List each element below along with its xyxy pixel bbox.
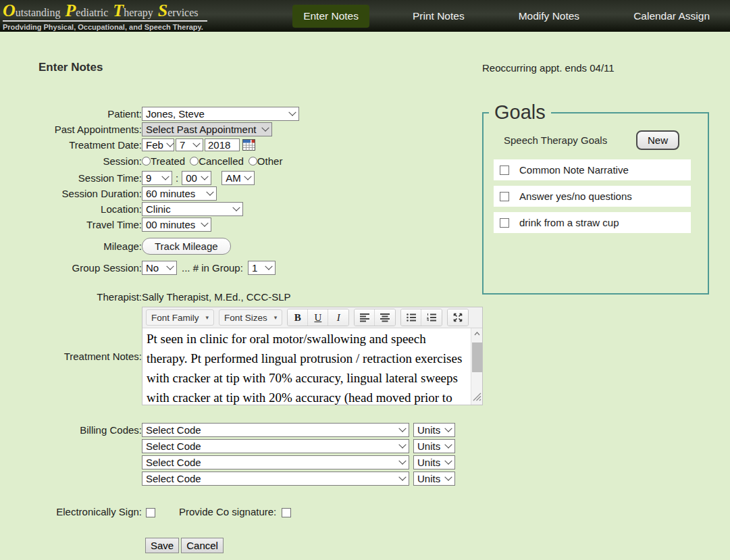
billing-units-select-1[interactable]: Units	[413, 423, 455, 437]
numbered-list-button[interactable]	[421, 309, 442, 326]
chevron-down-icon	[288, 108, 296, 116]
chevron-down-icon	[232, 203, 240, 211]
session-minute-select[interactable]: 00	[182, 171, 211, 185]
align-left-button[interactable]	[355, 309, 375, 326]
session-other-radio[interactable]	[249, 157, 257, 166]
treatment-notes-text[interactable]: Pt seen in clinic for oral motor/swallow…	[142, 328, 471, 405]
billing-units-select-3[interactable]: Units	[413, 455, 455, 469]
session-cancelled-radio[interactable]	[190, 157, 199, 166]
cosignature-label: Provide Co signature:	[179, 506, 276, 517]
billing-units-select-2[interactable]: Units	[413, 439, 455, 453]
nav-enter-notes[interactable]: Enter Notes	[292, 5, 369, 28]
session-hour-value: 9	[146, 172, 151, 184]
font-family-dropdown[interactable]: Font Family ▾	[146, 309, 214, 326]
travel-time-select[interactable]: 00 minutes	[142, 218, 211, 232]
logo-word-initial: T	[113, 1, 124, 20]
logo-word-rest: ervices	[167, 7, 198, 18]
align-center-button[interactable]	[375, 309, 395, 326]
treatment-month-select[interactable]: Feb	[142, 138, 174, 151]
resize-grip[interactable]	[473, 392, 481, 404]
billing-units-value: Units	[417, 424, 440, 436]
past-appointments-label: Past Appointments:	[0, 124, 142, 135]
session-duration-select[interactable]: 60 minutes	[142, 186, 217, 201]
main-nav: Enter Notes Print Notes Modify Notes Cal…	[292, 0, 721, 32]
font-sizes-dropdown[interactable]: Font Sizes ▾	[219, 309, 282, 326]
group-session-value: No	[146, 262, 159, 274]
editor-content-area[interactable]: Pt seen in clinic for oral motor/swallow…	[142, 328, 482, 405]
session-hour-select[interactable]: 9	[142, 171, 172, 185]
past-appointments-select-value: Select Past Appointment	[146, 124, 256, 135]
nav-calendar-assign[interactable]: Calendar Assign	[623, 5, 721, 28]
patient-select[interactable]: Jones, Steve	[142, 107, 299, 121]
calendar-picker-button[interactable]	[242, 139, 255, 151]
session-duration-value: 60 minutes	[146, 188, 195, 199]
chevron-down-icon	[161, 172, 169, 180]
travel-time-label: Travel Time:	[0, 219, 142, 230]
billing-code-value: Select Code	[146, 457, 201, 468]
goal-item: Common Note Narrative	[494, 159, 691, 180]
location-select[interactable]: Clinic	[142, 202, 243, 216]
font-family-value: Font Family	[151, 313, 199, 323]
session-ampm-select[interactable]: AM	[221, 171, 255, 185]
list-group	[400, 309, 442, 326]
billing-units-select-4[interactable]: Units	[413, 472, 455, 486]
billing-code-select-2[interactable]: Select Code	[142, 439, 409, 453]
chevron-down-icon	[201, 219, 208, 226]
cancel-button[interactable]: Cancel	[181, 538, 224, 553]
chevron-down-icon	[398, 440, 406, 448]
save-button[interactable]: Save	[145, 538, 179, 553]
session-minute-value: 00	[186, 172, 197, 184]
chevron-down-icon	[166, 139, 174, 147]
new-goal-button[interactable]: New	[636, 130, 679, 150]
nav-modify-notes[interactable]: Modify Notes	[508, 5, 590, 28]
logo-word-rest: herapy	[124, 7, 153, 18]
logo-word-initial: P	[65, 1, 76, 20]
billing-codes-section: Billing Codes: Select Code Units Select …	[0, 423, 486, 486]
chevron-down-icon	[444, 440, 452, 448]
app-logo-tagline: Prodviding Physical, Occupational, and S…	[3, 24, 207, 31]
scroll-up-arrow[interactable]	[471, 328, 482, 339]
session-duration-label: Session Duration:	[0, 188, 142, 199]
italic-button[interactable]: I	[328, 309, 348, 326]
cosignature-checkbox[interactable]	[282, 508, 291, 517]
session-other-label: Other	[257, 155, 283, 167]
billing-code-select-1[interactable]: Select Code	[142, 423, 409, 437]
group-session-select[interactable]: No	[142, 261, 177, 275]
chevron-down-icon	[398, 457, 406, 464]
fullscreen-button[interactable]	[448, 309, 468, 326]
treatment-year-input[interactable]	[205, 138, 240, 151]
scroll-up-icon	[474, 332, 480, 336]
bullet-list-button[interactable]	[401, 309, 421, 326]
electronically-sign-checkbox[interactable]	[146, 508, 155, 517]
goal-checkbox-1[interactable]	[500, 166, 509, 175]
track-mileage-button[interactable]: Track Mileage	[142, 238, 231, 255]
italic-icon: I	[337, 312, 340, 324]
goal-checkbox-2[interactable]	[500, 192, 509, 201]
recurring-appointment-note: Reoccurring appt. ends 04/11	[482, 62, 615, 74]
electronically-sign-label: Electronically Sign:	[0, 506, 142, 517]
nav-print-notes[interactable]: Print Notes	[402, 5, 475, 28]
editor-toolbar: Font Family ▾ Font Sizes ▾ B U I	[142, 307, 482, 328]
billing-code-select-4[interactable]: Select Code	[142, 472, 409, 486]
scrollbar-thumb[interactable]	[472, 342, 482, 372]
treatment-day-select[interactable]: 7	[176, 138, 203, 151]
group-count-select[interactable]: 1	[248, 261, 276, 275]
group-count-value: 1	[252, 262, 257, 274]
session-treated-radio[interactable]	[142, 157, 151, 166]
billing-code-select-3[interactable]: Select Code	[142, 455, 409, 469]
underline-button[interactable]: U	[308, 309, 328, 326]
location-value: Clinic	[146, 203, 171, 215]
goal-checkbox-3[interactable]	[500, 218, 509, 228]
bold-button[interactable]: B	[288, 309, 308, 326]
chevron-down-icon	[265, 262, 272, 270]
caret-down-icon: ▾	[274, 314, 278, 321]
logo-word-initial: O	[3, 1, 16, 20]
logo-word-initial: S	[158, 1, 167, 20]
travel-time-value: 00 minutes	[146, 219, 195, 230]
patient-label: Patient:	[0, 108, 142, 120]
session-treated-label: Treated	[151, 155, 185, 167]
group-session-label: Group Session:	[0, 262, 142, 274]
goals-panel: Goals Speech Therapy Goals New Common No…	[482, 101, 709, 295]
resize-grip-icon	[473, 392, 481, 401]
past-appointments-select[interactable]: Select Past Appointment	[142, 122, 272, 136]
